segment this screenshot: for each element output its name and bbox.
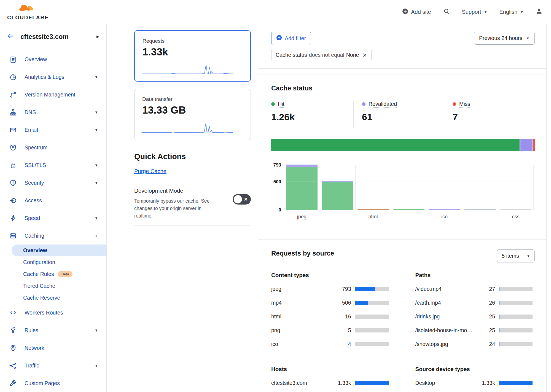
cloudflare-wordmark: CLOUDFLARE bbox=[7, 15, 49, 20]
requests-metric-card[interactable]: Requests 1.33k bbox=[134, 30, 251, 82]
filter-operator: does not equal bbox=[309, 52, 344, 58]
sidebar-subitem-cache-rules[interactable]: Cache RulesBeta bbox=[0, 268, 106, 280]
access-icon bbox=[9, 197, 17, 204]
sidebar-item-overview[interactable]: Overview bbox=[0, 50, 106, 68]
bar-css bbox=[500, 209, 531, 210]
remove-filter-icon[interactable] bbox=[362, 53, 367, 58]
source-row-video-mp4: /video.mp427 bbox=[415, 286, 533, 292]
sidebar-item-ssl-tls[interactable]: SSL/TLS▼ bbox=[0, 156, 106, 174]
cache-status-stats: Hit 1.26k Revalidated 61 Miss bbox=[271, 101, 535, 127]
data-transfer-metric-card[interactable]: Data transfer 13.33 GB bbox=[134, 89, 251, 140]
miss-label[interactable]: Miss bbox=[459, 101, 470, 107]
requests-label: Requests bbox=[143, 38, 243, 44]
chevron-down-icon: ▼ bbox=[95, 181, 98, 185]
hierarchy-icon bbox=[9, 109, 17, 116]
add-site-button[interactable]: Add site bbox=[402, 8, 431, 16]
sidebar-item-network[interactable]: Network bbox=[0, 339, 106, 357]
share-icon bbox=[9, 362, 17, 369]
search-button[interactable] bbox=[443, 8, 450, 16]
server-stack-icon bbox=[9, 232, 17, 240]
progress-bar bbox=[355, 381, 389, 385]
x-tick-css: css bbox=[498, 214, 534, 220]
paths-title: Paths bbox=[415, 272, 533, 278]
middle-panel: Requests 1.33k Data transfer 13.33 GB Qu… bbox=[107, 24, 258, 392]
code-icon bbox=[9, 309, 17, 316]
source-device-types-title: Source device types bbox=[415, 366, 533, 372]
bar-segment bbox=[464, 209, 496, 210]
sidebar-item-analytics-logs[interactable]: Analytics & Logs▼ bbox=[0, 68, 106, 86]
pie-chart-icon bbox=[9, 73, 17, 81]
sidebar-item-dns[interactable]: DNS▼ bbox=[0, 103, 106, 121]
bar-segment bbox=[322, 182, 353, 210]
sidebar-item-security[interactable]: Security▼ bbox=[0, 174, 106, 192]
sidebar-item-email[interactable]: Email▼ bbox=[0, 121, 106, 139]
sidebar-item-speed[interactable]: Speed▼ bbox=[0, 209, 106, 227]
cloudflare-logo[interactable]: CLOUDFLARE bbox=[7, 4, 49, 20]
chevron-right-icon[interactable]: ▶ bbox=[96, 34, 99, 39]
sidebar-item-spectrum[interactable]: Spectrum bbox=[0, 139, 106, 156]
bar-slot bbox=[319, 165, 355, 210]
items-count-dropdown[interactable]: 5 items ▼ bbox=[497, 249, 535, 262]
sidebar-subitem-cache-reserve[interactable]: Cache Reserve bbox=[0, 292, 106, 304]
source-row-ico: ico4 bbox=[271, 341, 389, 347]
cache-status-stacked-bar bbox=[271, 139, 535, 151]
gridline bbox=[427, 165, 427, 210]
add-filter-button[interactable]: Add filter bbox=[271, 32, 311, 45]
sidebar-item-version-management[interactable]: Version Management bbox=[0, 86, 106, 103]
progress-bar bbox=[499, 287, 533, 291]
progress-bar bbox=[499, 381, 533, 385]
shield-icon bbox=[9, 179, 17, 187]
data-transfer-value: 13.33 GB bbox=[142, 104, 243, 116]
gridline bbox=[498, 165, 498, 210]
purge-cache-link[interactable]: Purge Cache bbox=[134, 168, 166, 174]
chevron-down-icon: ▼ bbox=[527, 254, 530, 258]
bar-slot bbox=[498, 165, 534, 210]
source-columns: Content types jpeg793mp4506html16png5ico… bbox=[271, 272, 535, 347]
development-mode-title: Development Mode bbox=[134, 187, 233, 194]
branch-icon bbox=[9, 91, 17, 98]
beta-badge: Beta bbox=[58, 271, 73, 277]
sidebar-item-workers-routes[interactable]: Workers Routes bbox=[0, 304, 106, 321]
sidebar-item-traffic[interactable]: Traffic▼ bbox=[0, 357, 106, 374]
site-switcher[interactable]: cftestsite3.com ▶ bbox=[0, 24, 106, 49]
progress-bar bbox=[499, 328, 533, 332]
sidebar-nav: OverviewAnalytics & Logs▼Version Managem… bbox=[0, 49, 106, 392]
time-range-dropdown[interactable]: Previous 24 hours ▼ bbox=[474, 32, 535, 45]
bar-ico bbox=[429, 209, 460, 210]
data-transfer-sparkline bbox=[141, 120, 233, 134]
filter-chip[interactable]: Cache status does not equal None bbox=[271, 49, 372, 61]
support-menu[interactable]: Support ▼ bbox=[462, 9, 487, 15]
requests-by-source-title: Requests by source bbox=[271, 249, 334, 257]
bar-jpeg bbox=[286, 165, 318, 210]
hit-label[interactable]: Hit bbox=[278, 101, 284, 107]
plus-circle-icon bbox=[276, 35, 282, 42]
x-tick-empty bbox=[391, 214, 426, 220]
caching-submenu: OverviewConfigurationCache RulesBetaTier… bbox=[0, 245, 106, 304]
gridline bbox=[355, 165, 356, 210]
chevron-down-icon: ▼ bbox=[95, 128, 98, 132]
source-device-types-table: Desktop1.33k bbox=[415, 380, 533, 386]
stat-miss: Miss 7 bbox=[444, 101, 535, 127]
bar-html bbox=[358, 209, 389, 210]
sidebar-subitem-tiered-cache[interactable]: Tiered Cache bbox=[0, 280, 106, 292]
sidebar-subitem-configuration[interactable]: Configuration bbox=[0, 256, 106, 268]
sidebar-item-custom-pages[interactable]: Custom Pages bbox=[0, 374, 106, 392]
progress-bar bbox=[355, 328, 389, 332]
account-menu[interactable] bbox=[536, 8, 543, 16]
chevron-up-icon: ▲ bbox=[95, 234, 98, 238]
back-arrow-icon[interactable] bbox=[7, 32, 14, 41]
development-mode-toggle[interactable]: ✕ bbox=[233, 194, 251, 205]
progress-bar bbox=[499, 301, 533, 305]
data-transfer-label: Data transfer bbox=[142, 96, 243, 102]
revalidated-label[interactable]: Revalidated bbox=[369, 101, 397, 107]
progress-bar bbox=[355, 287, 389, 291]
y-tick-500: 500 bbox=[271, 179, 281, 185]
progress-bar bbox=[355, 342, 389, 346]
language-menu[interactable]: English ▼ bbox=[499, 9, 524, 15]
stacked-segment-hit bbox=[271, 139, 520, 151]
sidebar-subitem-overview[interactable]: Overview bbox=[12, 245, 106, 256]
sidebar-item-caching[interactable]: Caching▲ bbox=[0, 227, 106, 245]
sidebar-item-rules[interactable]: Rules▼ bbox=[0, 321, 106, 339]
source-row-cftestsite3-com: cftestsite3.com1.33k bbox=[271, 380, 389, 386]
sidebar-item-access[interactable]: Access bbox=[0, 192, 106, 209]
